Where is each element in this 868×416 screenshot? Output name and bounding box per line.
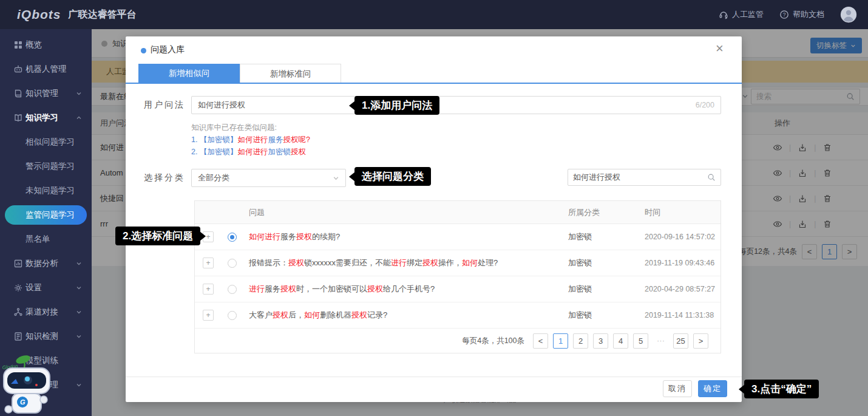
question-cell: 进行服务授权时，一个加密锁可以授权给几个手机号? [243, 284, 568, 295]
table-header-row: 问题 所属分类 时间 [195, 201, 721, 224]
sidebar-item-knowledge-management[interactable]: 知识管理 [0, 81, 92, 106]
category-label: 选择分类 [144, 172, 185, 183]
modal-title: 问题入库 [151, 44, 185, 55]
question-circle-icon: ? [779, 10, 789, 19]
confirm-button[interactable]: 确定 [698, 380, 727, 397]
chevron-down-icon [76, 285, 82, 291]
standard-question-table: 问题 所属分类 时间 + 如何进行服务授权的续期? 加密锁 2020-09-16… [194, 200, 721, 353]
sidebar-item-data-analysis[interactable]: 数据分析 [0, 251, 92, 276]
question-cell: 报错提示：授权锁xxxxxx需要归还，不能进行绑定授权操作，如何处理? [243, 257, 568, 268]
tab-new-standard-question[interactable]: 新增标准问 [240, 64, 341, 83]
page-button[interactable]: 25 [673, 333, 688, 349]
svg-text:G: G [20, 398, 25, 406]
svg-text:?: ? [783, 12, 786, 18]
time-cell: 2019-11-19 09:43:46 [645, 259, 721, 267]
category-cell: 加密锁 [568, 310, 645, 321]
table-row[interactable]: + 如何进行服务授权的续期? 加密锁 2020-09-16 14:57:02 [195, 224, 721, 250]
callout-click-confirm: 3.点击“确定” [744, 380, 819, 398]
table-row[interactable]: + 大客户授权后，如何删除机器授权记录? 加密锁 2019-11-14 11:3… [195, 302, 721, 329]
page-button[interactable]: 3 [593, 333, 608, 349]
sidebar-item-blacklist[interactable]: 黑名单 [0, 227, 92, 251]
expand-button[interactable]: + [203, 257, 214, 268]
user-question-input[interactable]: 如何进行授权 6/200 [191, 96, 721, 114]
page-button[interactable]: 4 [613, 333, 628, 349]
chevron-up-icon [76, 115, 82, 121]
question-cell: 如何进行服务授权的续期? [243, 231, 568, 242]
category-cell: 加密锁 [568, 231, 645, 242]
help-docs-label: 帮助文档 [793, 9, 824, 20]
grid-icon [13, 40, 23, 50]
page-button[interactable]: 5 [633, 333, 648, 349]
cancel-button[interactable]: 取消 [663, 380, 692, 397]
app-title: 广联达睿答平台 [69, 9, 137, 21]
radio-button[interactable] [228, 259, 237, 268]
sidebar-item-knowledge-detection[interactable]: 知识检测 [0, 324, 92, 349]
radio-button-selected[interactable] [228, 233, 237, 242]
footer-divider [126, 377, 742, 377]
sidebar-item-warning-question-learning[interactable]: 警示问题学习 [0, 154, 92, 179]
document-check-icon [13, 332, 23, 341]
sidebar-item-overview[interactable]: 概览 [0, 33, 92, 57]
chevron-down-icon [76, 90, 82, 97]
page-button[interactable]: 2 [573, 333, 588, 349]
chevron-down-icon [76, 333, 82, 339]
sidebar-item-supervised-question-learning[interactable]: 监管问题学习 [0, 203, 92, 227]
tabs-underline [126, 83, 742, 84]
modal-title-dot-icon [141, 48, 146, 53]
close-icon[interactable]: × [716, 42, 724, 55]
next-page-button[interactable]: > [693, 333, 708, 349]
book-icon [13, 89, 23, 98]
category-cell: 加密锁 [568, 284, 645, 295]
char-counter: 6/200 [696, 101, 714, 109]
question-cell: 大客户授权后，如何删除机器授权记录? [243, 310, 568, 321]
book-open-icon [13, 113, 23, 123]
time-cell: 2020-09-16 14:57:02 [645, 233, 721, 241]
modal-pagination: 每页4条，共100条 < 1 2 3 4 5 ··· 25 > [195, 329, 721, 353]
prev-page-button[interactable]: < [533, 333, 548, 349]
sidebar-item-robot-management[interactable]: 机器人管理 [0, 57, 92, 81]
table-row[interactable]: + 报错提示：授权锁xxxxxx需要归还，不能进行绑定授权操作，如何处理? 加密… [195, 250, 721, 276]
top-header-bar: iQbots 广联达睿答平台 人工监管 ? 帮助文档 [0, 0, 868, 29]
app-logo: iQbots [17, 7, 61, 22]
user-avatar[interactable] [840, 6, 857, 23]
callout-add-user-question: 1.添加用户问法 [354, 96, 439, 115]
help-docs-link[interactable]: ? 帮助文档 [779, 9, 824, 20]
tab-new-similar-question[interactable]: 新增相似问 [138, 64, 240, 83]
callout-select-category: 选择问题分类 [354, 167, 431, 186]
robot-icon [13, 64, 23, 74]
expand-button[interactable]: + [203, 284, 214, 295]
share-nodes-icon [13, 307, 23, 317]
sidebar-item-unknown-question-learning[interactable]: 未知问题学习 [0, 179, 92, 203]
chevron-down-icon [76, 261, 82, 267]
page-button[interactable]: 1 [553, 333, 568, 349]
table-row[interactable]: + 进行服务授权时，一个加密锁可以授权给几个手机号? 加密锁 2020-04-2… [195, 276, 721, 302]
pagination-summary: 每页4条，共100条 [462, 336, 524, 346]
sidebar-item-settings[interactable]: 设置 [0, 276, 92, 300]
expand-button[interactable]: + [203, 310, 214, 321]
chart-icon [13, 259, 23, 268]
similar-question-link[interactable]: 2. 【加密锁】如何进行加密锁授权 [191, 146, 310, 158]
category-select[interactable]: 全部分类 [191, 169, 346, 187]
modal-tabs: 新增相似问 新增标准问 [138, 64, 341, 83]
category-cell: 加密锁 [568, 257, 645, 268]
time-cell: 2019-11-14 11:31:38 [645, 311, 721, 319]
search-icon [707, 173, 716, 182]
headset-icon [719, 10, 728, 19]
question-entry-modal: 问题入库 × 新增相似问 新增标准问 用户问法 如何进行授权 6/200 知识库… [126, 36, 742, 402]
sidebar-item-similar-question-learning[interactable]: 相似问题学习 [0, 130, 92, 154]
manual-monitor-link[interactable]: 人工监管 [719, 9, 764, 20]
radio-button[interactable] [228, 311, 237, 320]
chevron-down-icon [333, 175, 339, 182]
chevron-down-icon [76, 382, 82, 388]
similar-question-link[interactable]: 1. 【加密锁】如何进行服务授权呢? [191, 134, 310, 146]
user-question-label: 用户问法 [144, 100, 185, 111]
gear-icon [13, 283, 23, 293]
sidebar-item-channel-docking[interactable]: 渠道对接 [0, 300, 92, 324]
radio-button[interactable] [228, 285, 237, 294]
chevron-down-icon [76, 309, 82, 315]
sidebar-item-knowledge-learning[interactable]: 知识学习 [0, 106, 92, 130]
callout-select-standard-question: 2.选择标准问题 [115, 227, 200, 245]
question-search-input[interactable]: 如何进行授权 [568, 169, 721, 186]
mascot-robot-image: Glodon G [0, 353, 66, 416]
pagination-ellipsis[interactable]: ··· [653, 333, 668, 349]
